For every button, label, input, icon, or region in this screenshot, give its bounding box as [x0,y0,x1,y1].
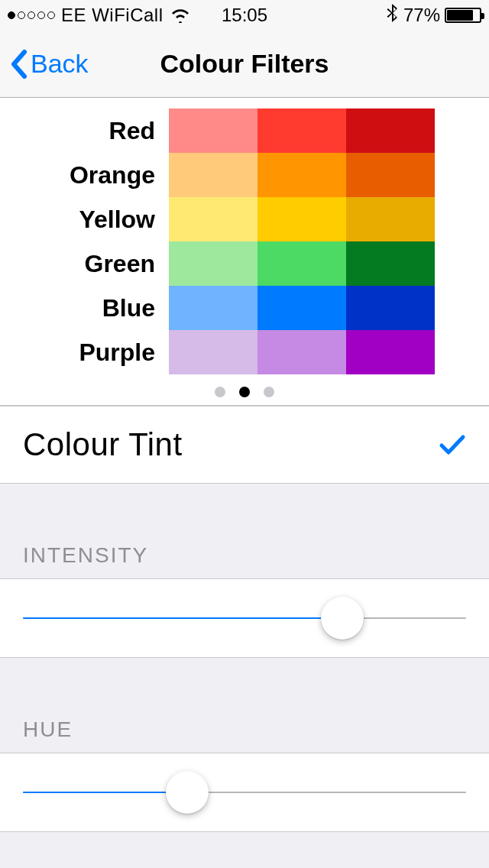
back-button[interactable]: Back [0,49,89,79]
intensity-slider[interactable] [23,617,466,619]
bluetooth-icon [387,3,399,28]
intensity-header: INTENSITY [0,543,489,568]
swatch-label-purple: Purple [54,330,161,374]
swatch-purple-2 [346,330,435,374]
swatch-purple-1 [257,330,346,374]
swatch-red-2 [346,108,435,153]
page-title: Colour Filters [160,49,329,79]
swatch-green-2 [346,241,435,286]
swatch-red-1 [257,108,346,153]
carrier-label: EE WiFiCall [61,5,164,26]
swatch-yellow-1 [257,197,346,241]
swatch-yellow-0 [169,197,257,241]
status-bar: EE WiFiCall 15:05 77% [0,0,489,31]
swatch-label-red: Red [54,108,161,153]
checkmark-icon [439,433,466,456]
hue-header: HUE [0,717,489,742]
swatch-labels: Red Orange Yellow Green Blue Purple [54,108,161,374]
intensity-thumb[interactable] [321,597,364,640]
swatch-label-orange: Orange [54,153,161,197]
page-dot-2[interactable] [264,387,274,397]
page-dot-1[interactable] [239,387,250,397]
swatch-blue-2 [346,286,435,330]
swatch-blue-1 [257,286,346,330]
swatch-green-0 [169,241,257,286]
intensity-slider-row [0,578,489,658]
swatch-label-yellow: Yellow [54,197,161,241]
status-right: 77% [387,3,481,28]
hue-slider[interactable] [23,792,466,793]
hue-slider-row [0,753,489,832]
battery-icon [445,8,481,23]
swatch-green-1 [257,241,346,286]
nav-bar: Back Colour Filters [0,31,489,98]
swatch-grid[interactable] [169,108,435,374]
chevron-left-icon [9,49,28,79]
swatch-orange-1 [257,153,346,197]
swatch-orange-0 [169,153,257,197]
swatch-col-2 [346,108,435,374]
intensity-fill [23,617,342,619]
swatch-yellow-2 [346,197,435,241]
swatch-orange-2 [346,153,435,197]
back-label: Back [31,49,89,79]
swatch-col-1 [257,108,346,374]
battery-percent: 77% [403,5,440,26]
swatch-col-0 [169,108,257,374]
swatch-label-blue: Blue [54,286,161,330]
swatch-label-green: Green [54,241,161,286]
row-colour-tint[interactable]: Colour Tint [0,406,489,484]
swatch-blue-0 [169,286,257,330]
signal-strength [8,11,55,19]
wifi-icon [170,8,191,23]
page-indicator[interactable] [0,387,489,397]
colour-preview-panel: Red Orange Yellow Green Blue Purple [0,98,489,406]
hue-fill [23,792,187,793]
status-left: EE WiFiCall [8,5,191,26]
status-time: 15:05 [222,5,267,26]
swatch-purple-0 [169,330,257,374]
page-dot-0[interactable] [215,387,225,397]
hue-thumb[interactable] [166,771,209,814]
row-colour-tint-label: Colour Tint [23,426,183,463]
swatch-area: Red Orange Yellow Green Blue Purple [0,108,489,374]
swatch-red-0 [169,108,257,153]
